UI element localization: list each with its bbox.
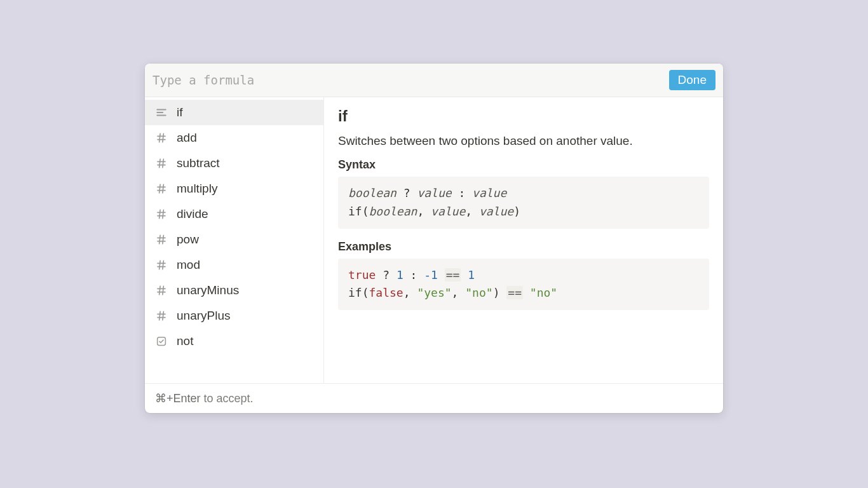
svg-line-17 [159,210,161,219]
hash-icon [155,233,168,246]
function-item-not[interactable]: not [145,329,323,354]
footer-rest: to accept. [201,392,254,405]
function-item-label: mod [177,258,200,272]
formula-panel: Done ifaddsubtractmultiplydividepowmodun… [145,64,723,413]
hash-icon [155,132,168,144]
detail-description: Switches between two options based on an… [338,134,709,148]
syntax-label: Syntax [338,158,709,172]
svg-rect-35 [158,337,166,346]
function-item-label: multiply [177,182,217,196]
function-item-label: if [177,105,183,119]
svg-line-6 [163,133,164,142]
examples-label: Examples [338,240,709,254]
footer-key: ⌘+Enter [155,392,201,405]
function-list[interactable]: ifaddsubtractmultiplydividepowmodunaryMi… [145,97,324,383]
footer-hint: ⌘+Enter to accept. [145,383,723,413]
function-item-mod[interactable]: mod [145,252,323,278]
function-item-label: add [177,131,197,145]
function-item-subtract[interactable]: subtract [145,151,323,176]
detail-title: if [338,107,709,125]
svg-line-5 [159,133,161,142]
svg-line-25 [159,261,161,269]
syntax-block: boolean ? value : value if(boolean, valu… [338,177,709,229]
svg-line-14 [163,184,164,193]
function-item-label: not [177,334,193,348]
function-item-unaryMinus[interactable]: unaryMinus [145,278,323,303]
svg-line-34 [163,311,164,320]
svg-line-33 [159,311,161,320]
formula-input[interactable] [153,73,669,87]
svg-line-18 [163,210,164,219]
function-item-label: subtract [177,156,220,170]
svg-line-29 [159,286,161,295]
function-item-label: pow [177,233,199,247]
svg-line-26 [163,261,164,269]
hash-icon [155,182,168,195]
function-item-label: divide [177,207,208,221]
function-item-label: unaryPlus [177,309,231,323]
hash-icon [155,259,168,271]
align-icon [155,106,168,119]
svg-line-13 [159,184,161,193]
checkbox-icon [155,335,168,348]
done-button[interactable]: Done [669,70,715,90]
function-item-unaryPlus[interactable]: unaryPlus [145,303,323,329]
formula-body: ifaddsubtractmultiplydividepowmodunaryMi… [145,97,723,383]
function-item-add[interactable]: add [145,125,323,151]
svg-line-22 [163,235,164,244]
function-detail: if Switches between two options based on… [324,97,723,383]
hash-icon [155,157,168,170]
hash-icon [155,208,168,220]
function-item-multiply[interactable]: multiply [145,176,323,201]
svg-line-30 [163,286,164,295]
hash-icon [155,284,168,297]
function-item-divide[interactable]: divide [145,201,323,227]
svg-line-10 [163,159,164,168]
hash-icon [155,309,168,322]
function-item-pow[interactable]: pow [145,227,323,252]
formula-top-bar: Done [145,64,723,97]
function-item-label: unaryMinus [177,283,239,297]
examples-block: true ? 1 : -1 == 1 if(false, "yes", "no"… [338,259,709,311]
svg-line-21 [159,235,161,244]
svg-line-9 [159,159,161,168]
function-item-if[interactable]: if [145,100,323,125]
